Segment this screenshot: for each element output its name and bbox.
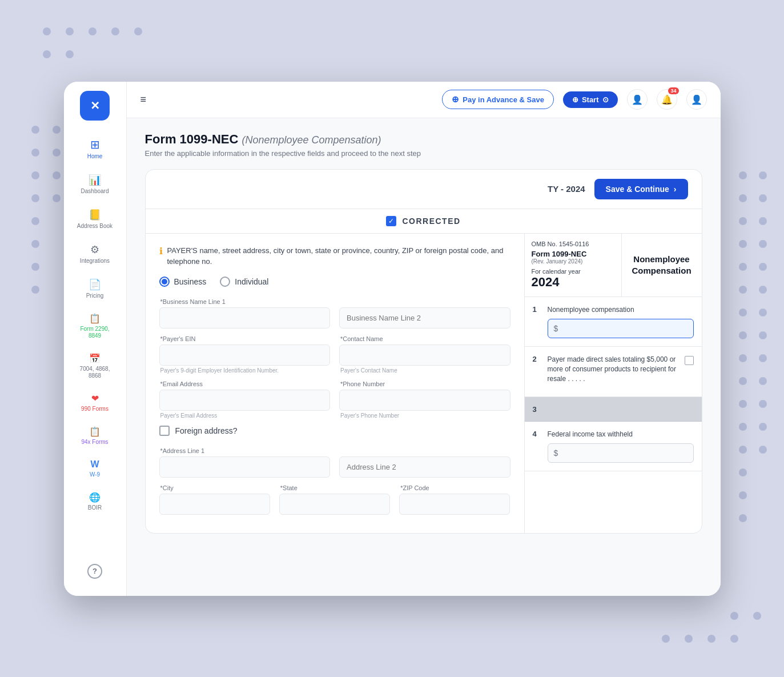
sidebar-item-boir[interactable]: 🌐 BOIR [69,486,120,517]
sidebar: ✕ ⊞ Home 📊 Dashboard 📒 Address Book ⚙ In… [64,82,127,596]
form-inner-layout: ℹ PAYER'S name, street address, city or … [146,234,702,533]
payer-ein-label: *Payer's EIN [159,335,331,342]
city-group: *City [159,484,270,515]
tax-field-3: 3 [525,397,702,422]
help-icon: ? [87,564,102,579]
sidebar-item-pricing[interactable]: 📄 Pricing [69,273,120,305]
form-card-header: TY - 2024 Save & Continue › [146,170,702,209]
sidebar-item-w9[interactable]: W W-9 [69,454,120,484]
dollar-sign-1: $ [554,324,558,333]
omb-rev-date: (Rev. January 2024) [532,258,614,265]
omb-header: OMB No. 1545-0116 Form 1099-NEC (Rev. Ja… [525,234,702,297]
business-name-1-group: *Business Name Line 1 [159,298,331,329]
city-label: *City [159,484,270,491]
phone-number-label: *Phone Number [339,380,510,387]
start-button[interactable]: ⊕ Start ⊙ [563,91,618,108]
radio-business[interactable]: Business [159,277,207,287]
state-select[interactable]: Alabama California Texas New York [279,494,390,515]
payer-ein-input[interactable] [159,344,331,366]
pay-advance-button[interactable]: ⊕ Pay in Advance & Save [442,90,554,109]
radio-business-circle [159,277,170,287]
sidebar-label-990: 990 Forms [81,406,108,412]
address-book-icon: 📒 [89,209,101,221]
sidebar-item-7004[interactable]: 📅 7004, 4868, 8868 [69,347,120,385]
sidebar-item-address-book[interactable]: 📒 Address Book [69,203,120,235]
address-line-2-label [339,447,510,454]
sidebar-item-94x[interactable]: 📋 94x Forms [69,420,120,451]
contact-name-hint: Payer's Contact Name [339,367,510,374]
ty-label: TY - 2024 [548,184,585,194]
payer-info-icon: ℹ [159,246,163,257]
radio-business-label: Business [174,277,207,286]
address-line-2-group [339,447,510,478]
94x-icon: 📋 [89,426,100,437]
zip-input[interactable] [399,494,510,515]
tax-field-2-content: Payer made direct sales totaling $5,000 … [548,355,694,388]
federal-tax-withheld-input[interactable] [560,444,687,462]
sidebar-label-dashboard: Dashboard [81,188,109,195]
sidebar-label-boir: BOIR [88,504,102,511]
foreign-address-checkbox[interactable] [159,426,170,436]
contact-name-label: *Contact Name [339,335,510,342]
radio-individual[interactable]: Individual [220,277,268,287]
business-name-1-input[interactable] [159,307,331,329]
omb-left: OMB No. 1545-0116 Form 1099-NEC (Rev. Ja… [525,234,622,297]
tax-field-2-label: Payer made direct sales totaling $5,000 … [548,355,680,383]
sidebar-item-home[interactable]: ⊞ Home [69,132,120,166]
notifications-button[interactable]: 🔔 34 [657,89,677,110]
save-continue-button[interactable]: Save & Continue › [594,179,688,199]
payer-ein-hint: Payer's 9-digit Employer Identification … [159,367,331,374]
business-name-row: *Business Name Line 1 [159,298,510,329]
sidebar-label-form2290: Form 2290, 8849 [74,326,116,339]
tax-field-4-content: Federal income tax withheld $ [548,430,694,463]
sidebar-label-pricing: Pricing [86,293,104,299]
sidebar-item-help[interactable]: ? [69,558,120,584]
city-input[interactable] [159,494,270,515]
sidebar-item-integrations[interactable]: ⚙ Integrations [69,238,120,270]
payer-header: ℹ PAYER'S name, street address, city or … [159,245,510,267]
home-icon: ⊞ [90,138,100,151]
save-continue-label: Save & Continue [606,185,669,194]
email-address-input[interactable] [159,390,331,411]
sidebar-label-integrations: Integrations [80,258,110,265]
contacts-button[interactable]: 👤 [627,89,648,110]
w9-icon: W [90,459,99,470]
state-label: *State [279,484,390,491]
sidebar-label-94x: 94x Forms [81,439,108,446]
direct-sales-checkbox[interactable] [685,356,694,365]
sidebar-item-form2290[interactable]: 📋 Form 2290, 8849 [69,307,120,345]
pricing-icon: 📄 [89,278,101,291]
menu-icon[interactable]: ≡ [140,94,147,106]
business-name-2-input[interactable] [339,307,510,329]
radio-individual-label: Individual [235,277,268,286]
email-address-label: *Email Address [159,380,331,387]
profile-button[interactable]: 👤 [686,89,707,110]
sidebar-item-dashboard[interactable]: 📊 Dashboard [69,168,120,201]
form-left-column: ℹ PAYER'S name, street address, city or … [146,234,525,533]
top-header: ≡ ⊕ Pay in Advance & Save ⊕ Start ⊙ 👤 🔔 … [127,82,721,118]
app-container: ✕ ⊞ Home 📊 Dashboard 📒 Address Book ⚙ In… [64,82,721,596]
zip-label: *ZIP Code [399,484,510,491]
phone-number-hint: Payer's Phone Number [339,412,510,419]
address-line-1-label: *Address Line 1 [159,447,331,454]
plus-circle-icon: ⊕ [452,94,459,105]
notification-badge: 34 [668,87,678,94]
sidebar-label-home: Home [87,153,103,160]
address-line-1-input[interactable] [159,456,331,478]
corrected-checkbox[interactable]: ✓ [386,216,396,226]
omb-number: OMB No. 1545-0116 [532,241,614,247]
contact-name-input[interactable] [339,344,510,366]
nonemployee-comp-input[interactable] [560,319,687,338]
app-logo[interactable]: ✕ [80,91,110,121]
boir-icon: 🌐 [89,492,100,503]
payer-header-text: PAYER'S name, street address, city or to… [167,245,510,267]
address-line-2-input[interactable] [339,456,510,478]
phone-number-input[interactable] [339,390,510,411]
sidebar-item-990[interactable]: ❤ 990 Forms [69,387,120,418]
email-address-group: *Email Address Payer's Email Address [159,380,331,419]
omb-form-name: Form 1099-NEC [532,250,614,258]
plus-icon: ⊕ [572,95,578,104]
cal-year-label: For calendar year [532,268,614,275]
tax-field-4: 4 Federal income tax withheld $ [525,422,702,472]
form-card: TY - 2024 Save & Continue › ✓ CORRECTED [145,169,702,534]
